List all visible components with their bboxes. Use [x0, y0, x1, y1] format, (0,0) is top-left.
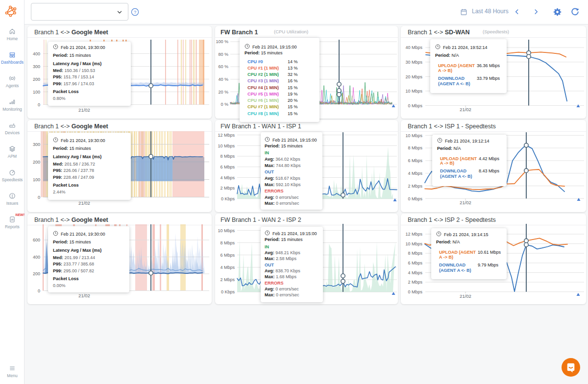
svg-text:10 Mbps: 10 Mbps [405, 133, 422, 138]
svg-text:0: 0 [38, 288, 40, 293]
svg-text:0 Mbps: 0 Mbps [408, 196, 422, 201]
svg-text:200: 200 [33, 271, 40, 276]
svg-text:400: 400 [33, 51, 40, 56]
svg-text:2 Mbps: 2 Mbps [220, 277, 235, 282]
svg-text:4 Mbps: 4 Mbps [408, 171, 422, 176]
svg-text:0: 0 [38, 102, 40, 107]
svg-text:?: ? [134, 10, 136, 15]
svg-text:80 %: 80 % [218, 52, 228, 57]
svg-text:0: 0 [38, 195, 40, 200]
svg-text:200: 200 [33, 160, 40, 165]
svg-text:8 Mbps: 8 Mbps [408, 145, 422, 150]
svg-text:400: 400 [33, 255, 40, 260]
svg-text:21/02: 21/02 [78, 107, 90, 113]
svg-text:100: 100 [33, 90, 40, 95]
svg-text:20 %: 20 % [218, 90, 228, 95]
svg-text:0 Kbps: 0 Kbps [221, 289, 235, 294]
svg-text:10 Mbps: 10 Mbps [405, 89, 422, 94]
svg-text:4 Mbps: 4 Mbps [220, 265, 235, 270]
svg-text:6 Mbps: 6 Mbps [220, 253, 235, 258]
svg-text:100: 100 [33, 177, 40, 182]
svg-text:12 Mbps: 12 Mbps [405, 232, 422, 237]
svg-text:8 Mbps: 8 Mbps [220, 240, 235, 245]
svg-text:30 Mbps: 30 Mbps [405, 60, 422, 65]
svg-text:300: 300 [33, 64, 40, 69]
svg-text:21/02: 21/02 [78, 200, 90, 206]
svg-text:6 Mbps: 6 Mbps [408, 261, 422, 265]
svg-text:60 %: 60 % [218, 64, 228, 69]
svg-text:2 Mbps: 2 Mbps [220, 186, 235, 191]
svg-text:21/02: 21/02 [460, 200, 471, 205]
svg-text:21/02: 21/02 [460, 293, 471, 299]
svg-text:300: 300 [33, 142, 40, 147]
svg-text:0 Mbps: 0 Mbps [408, 289, 422, 294]
svg-text:12 Mbps: 12 Mbps [218, 133, 235, 138]
svg-text:21/02: 21/02 [78, 293, 90, 298]
svg-text:10 Mbps: 10 Mbps [218, 144, 235, 148]
svg-text:10 Mbps: 10 Mbps [405, 241, 422, 246]
svg-text:600: 600 [33, 238, 40, 242]
svg-text:8 Mbps: 8 Mbps [220, 154, 235, 159]
svg-text:10 Mbps: 10 Mbps [218, 228, 235, 233]
svg-text:0 Mbps: 0 Mbps [408, 103, 422, 108]
svg-text:21/02: 21/02 [460, 107, 471, 112]
svg-text:4 Mbps: 4 Mbps [408, 270, 422, 275]
svg-text:40 %: 40 % [218, 77, 228, 82]
svg-text:40 Mbps: 40 Mbps [405, 45, 422, 50]
svg-text:6 Mbps: 6 Mbps [408, 158, 422, 163]
svg-text:200: 200 [33, 77, 40, 82]
svg-text:0 %: 0 % [220, 102, 228, 107]
svg-text:0 Kbps: 0 Kbps [221, 196, 235, 201]
svg-text:4 Mbps: 4 Mbps [220, 175, 235, 180]
svg-text:2 Mbps: 2 Mbps [408, 280, 422, 285]
svg-text:20 Mbps: 20 Mbps [405, 74, 422, 79]
svg-text:2 Mbps: 2 Mbps [408, 184, 422, 189]
svg-text:8 Mbps: 8 Mbps [408, 251, 422, 256]
svg-text:100 %: 100 % [216, 39, 228, 44]
svg-text:6 Mbps: 6 Mbps [220, 165, 235, 169]
